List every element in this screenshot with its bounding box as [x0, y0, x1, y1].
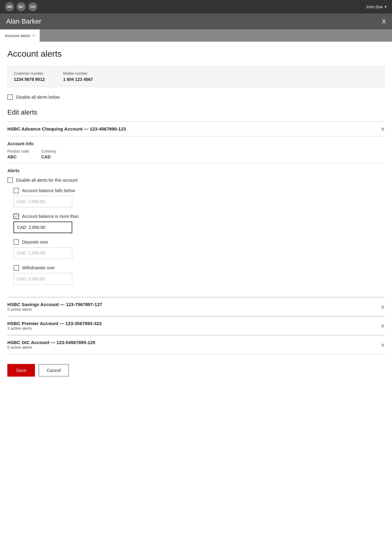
account-body-1: Account info Product code ABC Currency C… — [7, 136, 385, 297]
tab-close-icon[interactable]: × — [32, 33, 35, 38]
page-title: Account alerts — [7, 49, 385, 59]
account-accordion-2: HSBC Savings Account — 123-7567897-127 0… — [7, 297, 385, 316]
page-header-title: Alan Barker — [6, 17, 41, 25]
currency-value: CAD — [41, 154, 56, 159]
save-button[interactable]: Save — [7, 364, 35, 377]
disable-all-alerts-row: Disable all alerts below — [7, 94, 385, 100]
alert-label-balance-more: Account balance is more than — [22, 214, 78, 219]
accordion-header-4[interactable]: HSBC GIC Account — 123-54567895-125 0 ac… — [7, 335, 385, 354]
disable-all-label: Disable all alerts below — [16, 95, 60, 100]
accordion-toggle-3[interactable]: ∨ — [381, 323, 385, 329]
main-content: Account alerts Customer number 1234 5678… — [0, 42, 392, 389]
account-accordion-4: HSBC GIC Account — 123-54567895-125 0 ac… — [7, 335, 385, 354]
user-menu-arrow: ▼ — [384, 5, 387, 9]
user-menu[interactable]: John Doe ▼ — [366, 5, 387, 9]
alert-label-balance-falls: Account balance falls below — [22, 188, 75, 193]
alert-label-deposits: Deposits over — [22, 240, 48, 244]
mobile-number-label: Mobile number — [63, 71, 93, 76]
checkbox-balance-more[interactable] — [13, 214, 19, 219]
alert-check-balance-more: Account balance is more than — [13, 214, 385, 219]
alert-check-balance-falls: Account balance falls below — [13, 188, 385, 193]
account-title-2: HSBC Savings Account — 123-7567897-127 — [7, 302, 102, 307]
avatar-ab[interactable]: AB — [5, 2, 14, 11]
account-title-1: HSBC Advance Chequing Account — 123-4567… — [7, 126, 126, 131]
account-title-group-4: HSBC GIC Account — 123-54567895-125 0 ac… — [7, 340, 95, 350]
tab-account-alerts[interactable]: Account alerts × — [0, 29, 40, 42]
tab-label: Account alerts — [5, 33, 30, 38]
checkbox-deposits[interactable] — [13, 239, 19, 245]
account-active-alerts-2: 0 active alerts — [7, 307, 102, 312]
disable-account-checkbox[interactable] — [7, 177, 13, 183]
alerts-section: Alerts Disable all alerts for this accou… — [7, 168, 385, 285]
customer-number-label: Customer number — [14, 71, 45, 76]
checkbox-withdrawals[interactable] — [13, 265, 19, 271]
currency-label: Currency — [41, 149, 56, 153]
accordion-header-3[interactable]: HSBC Premier Account — 123-3567893-323 3… — [7, 316, 385, 335]
close-button[interactable]: X — [382, 18, 386, 25]
product-code-value: ABC — [7, 154, 29, 159]
alerts-heading: Alerts — [7, 168, 385, 173]
customer-number-value: 1234 5678 9012 — [14, 77, 45, 82]
account-title-group-3: HSBC Premier Account — 123-3567893-323 3… — [7, 321, 102, 331]
top-nav: AB BC CD John Doe ▼ — [0, 0, 392, 13]
accordion-header-2[interactable]: HSBC Savings Account — 123-7567897-127 0… — [7, 297, 385, 316]
bottom-actions: Save Cancel — [7, 364, 385, 377]
account-info-section: Account info Product code ABC Currency C… — [7, 141, 385, 163]
alert-row-deposits-over: Deposits over — [13, 239, 385, 259]
accordion-toggle-2[interactable]: ∨ — [381, 304, 385, 310]
cancel-button[interactable]: Cancel — [39, 364, 69, 377]
alert-input-balance-falls[interactable] — [13, 196, 72, 207]
account-info-grid: Product code ABC Currency CAD — [7, 149, 385, 163]
alert-check-deposits: Deposits over — [13, 239, 385, 245]
tab-bar: Account alerts × — [0, 29, 392, 42]
alert-input-withdrawals[interactable] — [13, 273, 72, 285]
currency-field: Currency CAD — [41, 149, 56, 159]
disable-account-alerts-row: Disable all alerts for this account — [7, 177, 385, 183]
account-active-alerts-4: 0 active alerts — [7, 345, 95, 350]
avatar-cd[interactable]: CD — [28, 2, 37, 11]
accordion-header-1[interactable]: HSBC Advance Chequing Account — 123-4567… — [7, 122, 385, 136]
account-active-alerts-3: 3 active alerts — [7, 326, 102, 331]
disable-account-label: Disable all alerts for this account — [16, 178, 78, 183]
user-name: John Doe — [366, 5, 383, 9]
alert-check-withdrawals: Withdrawals over — [13, 265, 385, 271]
checkbox-balance-falls[interactable] — [13, 188, 19, 193]
mobile-number-field: Mobile number 1 604 123 4567 — [63, 71, 93, 82]
alert-row-balance-more-than: Account balance is more than — [13, 214, 385, 233]
account-accordion-3: HSBC Premier Account — 123-3567893-323 3… — [7, 316, 385, 335]
alert-input-deposits[interactable] — [13, 247, 72, 259]
accordion-toggle-1[interactable]: ∧ — [381, 126, 385, 132]
alert-row-withdrawals-over: Withdrawals over — [13, 265, 385, 285]
account-title-4: HSBC GIC Account — 123-54567895-125 — [7, 340, 95, 345]
account-info-heading: Account info — [7, 141, 385, 146]
customer-info-box: Customer number 1234 5678 9012 Mobile nu… — [7, 66, 385, 87]
alert-label-withdrawals: Withdrawals over — [22, 265, 55, 270]
alert-row-balance-falls-below: Account balance falls below — [13, 188, 385, 207]
alert-input-balance-more[interactable] — [13, 222, 72, 233]
account-title-3: HSBC Premier Account — 123-3567893-323 — [7, 321, 102, 326]
edit-alerts-title: Edit alerts — [7, 108, 385, 116]
avatar-group: AB BC CD — [5, 2, 37, 11]
account-accordion-1: HSBC Advance Chequing Account — 123-4567… — [7, 121, 385, 297]
disable-all-checkbox[interactable] — [7, 94, 13, 100]
avatar-bc[interactable]: BC — [17, 2, 26, 11]
product-code-label: Product code — [7, 149, 29, 153]
accordion-toggle-4[interactable]: ∨ — [381, 342, 385, 348]
customer-number-field: Customer number 1234 5678 9012 — [14, 71, 45, 82]
account-title-group-2: HSBC Savings Account — 123-7567897-127 0… — [7, 302, 102, 312]
product-code-field: Product code ABC — [7, 149, 29, 159]
mobile-number-value: 1 604 123 4567 — [63, 77, 93, 82]
title-bar: Alan Barker X — [0, 13, 392, 29]
